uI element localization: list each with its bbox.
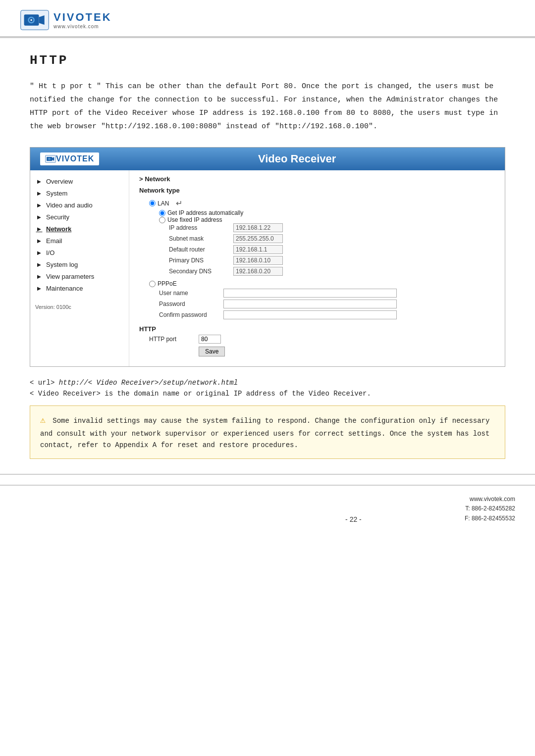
url-text: http://< Video Receiver>/setup/network.h… xyxy=(59,379,238,387)
pppoe-label-text: PPPoE xyxy=(158,280,177,287)
ui-panel-logo-icon xyxy=(45,154,56,163)
ui-panel-header: VIVOTEK Video Receiver xyxy=(30,148,505,170)
svg-point-4 xyxy=(30,19,32,21)
page-footer: - 22 - www.vivotek.com T: 886-2-82455282… xyxy=(0,485,535,532)
sidebar-item-label: Overview xyxy=(46,178,73,185)
username-label: User name xyxy=(159,290,223,297)
sidebar-item-view-parameters[interactable]: ► View parameters xyxy=(30,270,129,282)
logo-text-group: VIVOTEK www.vivotek.com xyxy=(54,11,112,29)
io-icon: ► xyxy=(35,249,43,256)
ui-panel: VIVOTEK Video Receiver ► Overview ► Syst… xyxy=(30,147,505,367)
ip-address-input[interactable] xyxy=(233,223,283,232)
confirm-password-label: Confirm password xyxy=(159,311,223,318)
confirm-password-input[interactable] xyxy=(223,310,397,319)
overview-icon: ► xyxy=(35,177,43,185)
default-router-label: Default router xyxy=(169,246,233,253)
secondary-dns-label: Secondary DNS xyxy=(169,268,233,275)
sidebar-item-overview[interactable]: ► Overview xyxy=(30,175,129,187)
save-button[interactable]: Save xyxy=(199,347,225,356)
ui-panel-title: Video Receiver xyxy=(99,152,495,165)
get-ip-text: Get IP address automatically xyxy=(167,209,243,216)
sidebar-item-video-audio[interactable]: ► Video and audio xyxy=(30,199,129,211)
sidebar-item-label: Video and audio xyxy=(46,202,93,209)
sidebar-item-network[interactable]: ► Network xyxy=(30,223,129,235)
footer-divider xyxy=(0,474,535,475)
lan-radio[interactable] xyxy=(149,200,156,206)
footer-website: www.vivotek.com xyxy=(465,495,515,504)
pppoe-radio-group: PPPoE xyxy=(139,279,495,289)
vivotek-logo-icon xyxy=(20,9,50,31)
pppoe-radio-label[interactable]: PPPoE xyxy=(149,280,495,287)
sidebar-item-system[interactable]: ► System xyxy=(30,187,129,199)
use-fixed-ip-text: Use fixed IP address xyxy=(167,216,222,223)
sidebar-item-io[interactable]: ► I/O xyxy=(30,247,129,258)
version-value: 0100c xyxy=(56,304,71,310)
lan-radio-label[interactable]: LAN ↵ xyxy=(149,199,495,208)
primary-dns-row: Primary DNS xyxy=(139,256,495,265)
warning-text: Some invalid settings may cause the syst… xyxy=(40,417,489,449)
subnet-mask-row: Subnet mask xyxy=(139,234,495,243)
http-port-label: HTTP port xyxy=(149,336,199,343)
system-icon: ► xyxy=(35,189,43,197)
page-description: " Ht t p por t " This can be other than … xyxy=(30,80,505,133)
logo-url: www.vivotek.com xyxy=(54,24,112,29)
primary-dns-input[interactable] xyxy=(233,256,283,265)
get-ip-radio[interactable] xyxy=(159,210,165,216)
http-section-label: HTTP xyxy=(139,325,495,333)
email-icon: ► xyxy=(35,237,43,245)
logo-text: VIVOTEK xyxy=(54,11,112,24)
save-row: Save xyxy=(139,347,495,356)
sidebar-item-system-log[interactable]: ► System log xyxy=(30,258,129,270)
sidebar-item-label: Security xyxy=(46,213,69,221)
lan-radio-group: LAN ↵ xyxy=(139,197,495,209)
page-number: - 22 - xyxy=(242,515,465,523)
svg-point-10 xyxy=(49,158,50,159)
warning-icon: ⚠ xyxy=(40,415,46,425)
network-type-label: Network type xyxy=(139,187,495,194)
sidebar-item-maintenance[interactable]: ► Maintenance xyxy=(30,282,129,294)
network-settings-panel: > Network Network type LAN ↵ Get IP addr… xyxy=(129,170,505,366)
http-port-input[interactable] xyxy=(199,335,221,344)
get-ip-group: Get IP address automatically xyxy=(139,209,495,216)
footer-fax: F: 886-2-82455532 xyxy=(465,514,515,523)
network-icon: ► xyxy=(35,225,43,233)
sidebar-item-label: Network xyxy=(46,225,71,233)
password-input[interactable] xyxy=(223,300,397,308)
sidebar-item-label: View parameters xyxy=(46,273,94,280)
ui-panel-logo: VIVOTEK xyxy=(40,152,99,165)
subnet-mask-input[interactable] xyxy=(233,234,283,243)
version-label: Version: xyxy=(35,304,55,310)
secondary-dns-input[interactable] xyxy=(233,267,283,276)
main-content: HTTP " Ht t p por t " This can be other … xyxy=(0,38,535,474)
username-input[interactable] xyxy=(223,289,397,298)
cursor-icon: ↵ xyxy=(176,199,182,208)
security-icon: ► xyxy=(35,213,43,221)
logo-area: VIVOTEK www.vivotek.com xyxy=(20,9,515,31)
sidebar-item-email[interactable]: ► Email xyxy=(30,235,129,247)
sidebar-item-label: System xyxy=(46,190,67,197)
footer-phone: T: 886-2-82455282 xyxy=(465,504,515,513)
ui-panel-logo-text: VIVOTEK xyxy=(56,154,94,163)
ip-address-label: IP address xyxy=(169,224,233,231)
video-audio-icon: ► xyxy=(35,201,43,209)
url-prefix: < url> xyxy=(30,379,54,387)
get-ip-label[interactable]: Get IP address automatically xyxy=(159,209,495,216)
ui-panel-body: ► Overview ► System ► Video and audio ► … xyxy=(30,170,505,366)
sidebar: ► Overview ► System ► Video and audio ► … xyxy=(30,170,129,366)
pppoe-radio[interactable] xyxy=(149,281,156,287)
version-info: Version: 0100c xyxy=(30,294,129,320)
lan-label-text: LAN xyxy=(158,200,169,207)
password-label: Password xyxy=(159,301,223,307)
sidebar-item-label: Maintenance xyxy=(46,285,83,292)
sidebar-item-security[interactable]: ► Security xyxy=(30,211,129,223)
secondary-dns-row: Secondary DNS xyxy=(139,267,495,276)
confirm-password-row: Confirm password xyxy=(139,310,495,319)
ip-address-row: IP address xyxy=(139,223,495,232)
use-fixed-ip-group: Use fixed IP address xyxy=(139,216,495,223)
footer-contact: www.vivotek.com T: 886-2-82455282 F: 886… xyxy=(465,495,515,523)
section-title: HTTP xyxy=(30,53,505,68)
default-router-row: Default router xyxy=(139,245,495,254)
use-fixed-ip-radio[interactable] xyxy=(159,217,165,223)
use-fixed-ip-label[interactable]: Use fixed IP address xyxy=(159,216,495,223)
default-router-input[interactable] xyxy=(233,245,283,254)
